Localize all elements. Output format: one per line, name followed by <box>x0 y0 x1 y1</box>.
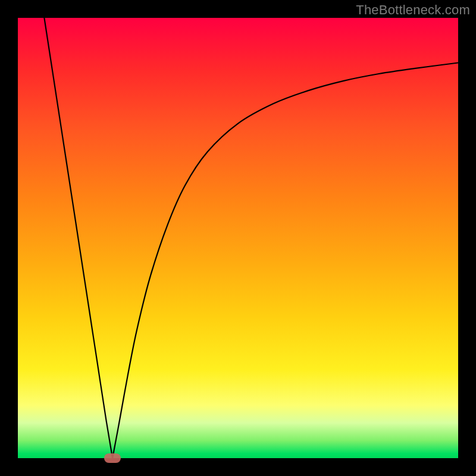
vertex-marker <box>104 453 121 463</box>
chart-frame: TheBottleneck.com <box>0 0 476 476</box>
plot-area <box>18 18 458 458</box>
gradient-background <box>18 18 458 458</box>
watermark-text: TheBottleneck.com <box>356 2 470 18</box>
